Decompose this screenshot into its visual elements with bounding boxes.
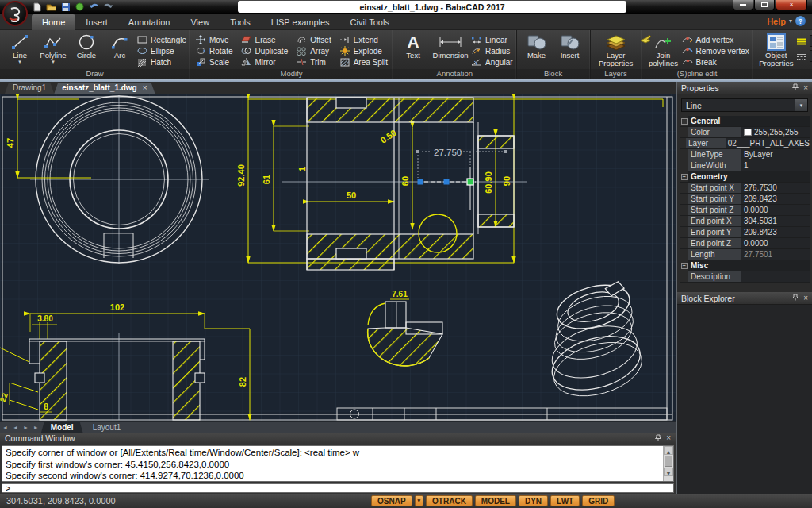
line-button[interactable]: Line▾: [3, 32, 36, 64]
osnap-dropdown-icon[interactable]: ▾: [415, 495, 424, 506]
sheet-tab-layout1[interactable]: Layout1: [83, 422, 131, 433]
add-vertex-button[interactable]: Add vertex: [682, 34, 749, 45]
break-button[interactable]: Break: [682, 56, 749, 67]
scroll-thumb[interactable]: [665, 456, 672, 467]
nav-prev-icon[interactable]: ◄: [13, 425, 18, 430]
command-window-close-icon[interactable]: ×: [666, 434, 671, 442]
layer-combo[interactable]: 0 ▾: [796, 34, 812, 48]
otrack-toggle[interactable]: OTRACK: [426, 495, 473, 506]
dyn-toggle[interactable]: DYN: [519, 495, 548, 506]
prop-row-endx[interactable]: End point X 304.5031: [680, 216, 810, 227]
nav-next-icon[interactable]: ►: [23, 425, 29, 430]
scroll-up-icon[interactable]: ▲: [664, 446, 673, 455]
lwt-toggle[interactable]: LWT: [550, 495, 580, 506]
new-file-icon[interactable]: [32, 2, 42, 12]
help-menu[interactable]: Help: [767, 17, 786, 26]
grip-active[interactable]: [467, 179, 473, 185]
remove-vertex-button[interactable]: Remove vertex: [682, 45, 749, 56]
grid-toggle[interactable]: GRID: [582, 495, 615, 506]
ellipse-button[interactable]: Ellipse: [136, 45, 186, 56]
area-split-button[interactable]: Area Split: [339, 56, 388, 67]
insert-block-button[interactable]: Insert: [553, 32, 587, 60]
properties-pin-icon[interactable]: [792, 83, 799, 92]
make-block-button[interactable]: Make: [520, 32, 553, 60]
section-geometry[interactable]: − Geometry: [680, 171, 810, 183]
offset-button[interactable]: Offset: [296, 34, 331, 45]
prop-row-linetype[interactable]: LineType ByLayer: [680, 149, 810, 160]
prop-row-linewidth[interactable]: LineWidth 1: [680, 160, 810, 171]
tab-home[interactable]: Home: [32, 14, 75, 30]
prop-row-description[interactable]: Description: [680, 271, 810, 283]
polyline-button[interactable]: Polyline▾: [36, 32, 70, 64]
prop-row-starty[interactable]: Start point Y 209.8423: [680, 194, 810, 205]
layer-properties-button[interactable]: Layer Properties: [594, 32, 638, 67]
grip-midpoint[interactable]: [444, 179, 450, 185]
tab-view[interactable]: View: [180, 14, 220, 30]
entity-type-select[interactable]: Line ▾: [681, 98, 808, 112]
circle-button[interactable]: Circle: [70, 32, 103, 60]
model-toggle[interactable]: MODEL: [475, 495, 516, 506]
radius-dim-button[interactable]: Radius: [471, 45, 512, 56]
arc-button[interactable]: Arc: [103, 32, 136, 60]
grip-endpoint[interactable]: [418, 179, 423, 185]
help-icon[interactable]: ?: [795, 16, 806, 26]
move-button[interactable]: Move: [195, 34, 232, 45]
undo-icon[interactable]: [89, 2, 99, 12]
rectangle-button[interactable]: Rectangle: [136, 34, 186, 45]
maximize-button[interactable]: [754, 0, 775, 10]
prop-row-layer[interactable]: Layer 02___PRT_ALL_AXES: [680, 138, 810, 149]
close-button[interactable]: ×: [776, 0, 807, 10]
doc-tab-drawing1[interactable]: Drawing1: [5, 83, 54, 94]
rotate-button[interactable]: Rotate: [195, 45, 232, 56]
babacad-logo-icon[interactable]: [2, 1, 28, 26]
command-history[interactable]: Specify corner of window or [All/Extents…: [2, 445, 674, 482]
tab-annotation[interactable]: Annotation: [118, 14, 181, 30]
angular-dim-button[interactable]: Angular: [471, 56, 512, 67]
section-misc[interactable]: − Misc: [680, 260, 810, 271]
collapse-icon[interactable]: −: [681, 263, 688, 269]
save-icon[interactable]: [60, 2, 71, 12]
dimension-button[interactable]: Dimension: [430, 32, 471, 60]
nav-first-icon[interactable]: ◄: [2, 425, 8, 430]
properties-close-icon[interactable]: ×: [803, 84, 808, 92]
scroll-down-icon[interactable]: ▼: [664, 468, 673, 476]
prop-row-length[interactable]: Length 27.7501: [680, 249, 810, 260]
drawing-canvas[interactable]: 47: [0, 94, 676, 421]
minimize-button[interactable]: [733, 0, 753, 10]
line-dropdown-icon[interactable]: ▾: [18, 60, 21, 64]
command-input[interactable]: >: [2, 483, 674, 493]
tab-tools[interactable]: Tools: [220, 14, 261, 30]
join-polylines-button[interactable]: Join polylines: [645, 32, 682, 67]
text-button[interactable]: A Text: [396, 32, 430, 60]
help-dropdown-icon[interactable]: ▾: [789, 17, 792, 25]
linetype-combo[interactable]: ByLayer ▾: [796, 49, 812, 63]
explode-button[interactable]: Explode: [339, 45, 388, 56]
prop-row-endy[interactable]: End point Y 209.8423: [680, 227, 810, 238]
mirror-button[interactable]: Mirror: [241, 56, 289, 67]
collapse-icon[interactable]: −: [681, 118, 688, 125]
polyline-dropdown-icon[interactable]: ▾: [52, 60, 55, 64]
command-scrollbar[interactable]: ▲ ▼: [663, 446, 673, 481]
nav-last-icon[interactable]: ►: [33, 425, 39, 430]
scale-button[interactable]: Scale: [195, 56, 232, 67]
redo-icon[interactable]: [103, 2, 113, 12]
block-explorer-body[interactable]: [677, 305, 812, 494]
prop-row-color[interactable]: Color 255,255,255: [680, 127, 810, 138]
block-explorer-pin-icon[interactable]: [792, 294, 799, 302]
tab-insert[interactable]: Insert: [75, 14, 118, 30]
open-file-icon[interactable]: [46, 2, 56, 12]
prop-row-startz[interactable]: Start point Z 0.0000: [680, 205, 810, 216]
object-properties-button[interactable]: Object Properties: [756, 32, 796, 67]
prop-row-startx[interactable]: Start point X 276.7530: [680, 183, 810, 194]
collapse-icon[interactable]: −: [681, 174, 688, 180]
trim-button[interactable]: Trim: [296, 56, 331, 67]
tab-civil-tools[interactable]: Civil Tools: [340, 14, 400, 30]
array-button[interactable]: Array: [296, 45, 331, 56]
osnap-toggle[interactable]: OSNAP: [371, 495, 412, 506]
block-explorer-close-icon[interactable]: ×: [803, 294, 808, 302]
duplicate-button[interactable]: Duplicate: [241, 45, 289, 56]
hatch-button[interactable]: Hatch: [136, 56, 186, 67]
erase-button[interactable]: Erase: [241, 34, 289, 45]
extend-button[interactable]: Extend: [339, 34, 388, 45]
sheet-tab-model[interactable]: Model: [41, 422, 83, 433]
